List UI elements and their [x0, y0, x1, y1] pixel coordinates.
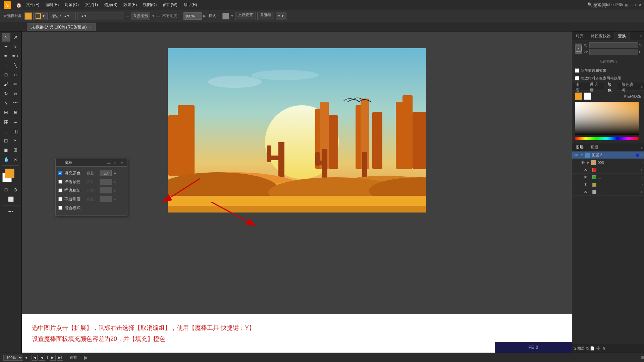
opacity-checkbox[interactable] — [58, 197, 62, 201]
make-clipping-btn[interactable]: ⧉ — [586, 346, 589, 351]
fg-color-swatch[interactable] — [575, 93, 582, 100]
layer-expand-1[interactable]: ▶ — [587, 161, 590, 164]
tab-align[interactable]: 对齐 — [572, 32, 587, 40]
new-layer-btn[interactable]: ➕ — [596, 346, 601, 351]
layer-row-0[interactable]: 👁 ▼ 图层 2 ○ — [572, 152, 644, 159]
menu-edit[interactable]: 编辑(E) — [43, 1, 61, 9]
symbol-tool[interactable]: ⊕ — [11, 108, 20, 117]
full-screen-btn[interactable]: ⬜ — [6, 195, 15, 203]
layer-eye-3[interactable]: 👁 — [583, 175, 588, 180]
blend-tool[interactable]: ∞ — [11, 155, 20, 164]
layers-options-btn[interactable]: ≡ — [641, 145, 643, 149]
panel-minimize-btn[interactable]: — — [106, 161, 111, 165]
align-pixel-option[interactable]: 缩放时对齐像素网格效果 — [575, 76, 641, 81]
opacity-input[interactable] — [183, 12, 202, 20]
tab-layers[interactable]: 图层 — [572, 143, 587, 151]
foreground-color-box[interactable] — [5, 169, 14, 178]
layer-eye-2[interactable]: 👁 — [583, 168, 588, 172]
menu-help[interactable]: 帮助(H) — [181, 1, 200, 9]
layer-lock-1[interactable]: ○ — [641, 161, 643, 164]
layer-row-2[interactable]: 👁 ... ○ — [572, 166, 644, 174]
ellipse-tool[interactable]: ○ — [11, 70, 20, 79]
layer-eye-1[interactable]: 👁 — [580, 160, 586, 165]
right-panel-close-btn[interactable]: × — [639, 33, 642, 39]
layer-eye-4[interactable]: 👁 — [583, 182, 588, 187]
menu-view[interactable]: 视图(Q) — [140, 1, 159, 9]
eraser-tool[interactable]: ◻ — [2, 136, 10, 145]
preferences-btn[interactable]: 首选项 — [257, 12, 274, 20]
w-input[interactable] — [589, 49, 638, 55]
bar-graph-tool[interactable]: ≡ — [11, 117, 20, 126]
scale-stroke-checkbox[interactable] — [575, 68, 579, 73]
lasso-tool[interactable]: ⌖ — [11, 42, 20, 51]
layer-lock-4[interactable]: ○ — [641, 183, 643, 186]
paintbrush-tool[interactable]: 🖌 — [2, 80, 10, 88]
stroke-width-checkbox[interactable] — [58, 188, 62, 192]
next-page-btn[interactable]: ▶ — [50, 355, 56, 361]
brush-style-dropdown[interactable]: ▲▼ — [77, 12, 124, 20]
tab-pathfinder[interactable]: 路径查找器 — [587, 32, 614, 40]
workspace-btn[interactable]: ≡▼ — [276, 12, 286, 20]
doc-settings-btn[interactable]: 文档设置 — [235, 12, 256, 20]
menu-window[interactable]: 窗口(W) — [160, 1, 180, 9]
rotate-tool[interactable]: ↻ — [2, 89, 10, 98]
direct-select-tool[interactable]: ↗ — [11, 33, 20, 42]
type-tool[interactable]: T — [2, 61, 10, 70]
stroke-btn[interactable]: ▼ — [33, 12, 48, 20]
layer-row-5[interactable]: 👁 ... ○ — [572, 188, 644, 196]
first-page-btn[interactable]: |◀ — [32, 355, 38, 361]
layer-lock-3[interactable]: ○ — [641, 175, 643, 179]
layer-row-1[interactable]: 👁 ▶ 003 ○ — [572, 159, 644, 166]
free-transform-tool[interactable]: ⊞ — [2, 108, 10, 117]
layer-eye-5[interactable]: 👁 — [583, 190, 588, 194]
layer-lock-2[interactable]: ○ — [641, 168, 643, 172]
pen-tool[interactable]: ✒ — [2, 52, 10, 60]
mesh-tool[interactable]: ⊞ — [11, 145, 20, 154]
magic-wand-tool[interactable]: ✦ — [2, 42, 10, 51]
create-layer-btn[interactable]: 📄 — [590, 346, 595, 351]
color-spectrum[interactable] — [575, 102, 639, 135]
tab-close-btn[interactable]: × — [90, 25, 92, 29]
eyedropper-tool[interactable]: 💧 — [2, 155, 10, 164]
x-input[interactable] — [589, 42, 638, 48]
pencil-tool[interactable]: ✏ — [11, 80, 20, 88]
brush-dropdown[interactable]: 撤边： ▲▼ — [49, 12, 76, 20]
layer-lock-5[interactable]: ○ — [641, 190, 643, 194]
status-play-btn[interactable]: ▶ — [84, 354, 88, 361]
layer-expand-0[interactable]: ▼ — [580, 153, 584, 157]
scale-stroke-option[interactable]: 缩放描边和效果 — [575, 68, 641, 73]
home-btn[interactable]: 🏠 — [14, 1, 23, 9]
point-label-btn[interactable]: 3 点圆形 — [131, 12, 150, 20]
color-panel-options[interactable]: ≡ — [641, 85, 643, 89]
align-pixel-checkbox[interactable] — [575, 76, 579, 80]
scale-tool[interactable]: ⤡ — [2, 99, 10, 107]
stroke-color-checkbox[interactable] — [58, 180, 62, 184]
hue-slider[interactable] — [575, 137, 639, 140]
slice-tool[interactable]: ◫ — [11, 127, 20, 135]
menu-effect[interactable]: 效果(E) — [121, 1, 140, 9]
screen-mode-btn[interactable]: ⊙ — [11, 185, 20, 194]
add-anchor-tool[interactable]: ✒+ — [11, 52, 20, 60]
column-graph-tool[interactable]: ▦ — [2, 117, 10, 126]
last-page-btn[interactable]: ▶| — [57, 355, 63, 361]
layer-eye-0[interactable]: 👁 — [574, 153, 579, 158]
prev-page-btn[interactable]: ◀ — [39, 355, 45, 361]
scissors-tool[interactable]: ✂ — [11, 136, 20, 145]
blend-mode-checkbox[interactable] — [58, 206, 62, 210]
reflect-tool[interactable]: ⇔ — [11, 89, 20, 98]
document-tab[interactable]: 未标题-1* @ 100% (RGB/预览) × — [27, 23, 96, 31]
normal-mode-btn[interactable]: □ — [2, 185, 10, 194]
tab-artboards[interactable]: 画板 — [587, 143, 602, 151]
menu-object[interactable]: 对象(O) — [62, 1, 81, 9]
line-tool[interactable]: ╲ — [11, 61, 20, 70]
layer-row-3[interactable]: 👁 ... ○ — [572, 174, 644, 181]
artboard-tool[interactable]: ⬚ — [2, 127, 10, 135]
magic-wand-panel-header[interactable]: ⋮⋮ 魔棒 — × ≡ — [56, 159, 127, 167]
menu-text[interactable]: 文字(T) — [82, 1, 101, 9]
panel-options-btn[interactable]: ≡ — [120, 161, 124, 165]
layer-lock-0[interactable]: ○ — [641, 153, 643, 157]
menu-select[interactable]: 选择(S) — [101, 1, 120, 9]
zoom-select[interactable]: 100% 50% 200% — [3, 355, 23, 361]
panel-close-btn[interactable]: × — [112, 161, 117, 165]
artboard[interactable] — [168, 48, 426, 213]
